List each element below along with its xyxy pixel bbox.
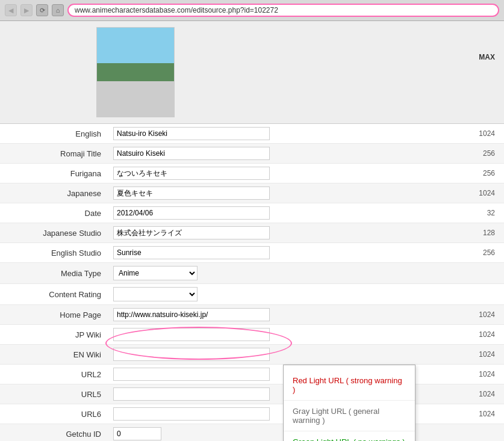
field-row-japanese: Japanese 1024 xyxy=(0,183,504,203)
input-cell-media-type: Anime Manga Game Novel Other xyxy=(108,263,468,284)
label-furigana: Furigana xyxy=(0,164,108,183)
field-row-url6: URL6 1024 xyxy=(0,404,504,424)
input-en-wiki[interactable] xyxy=(113,348,270,361)
input-cell-romaji xyxy=(108,144,468,164)
input-romaji[interactable] xyxy=(113,147,270,160)
input-cell-en-wiki xyxy=(108,345,468,365)
input-japanese[interactable] xyxy=(113,187,270,200)
input-cell-en-studio xyxy=(108,243,468,263)
tooltip-item-gray[interactable]: Gray Light URL ( general warning ) xyxy=(284,401,415,431)
input-url6[interactable] xyxy=(113,407,270,421)
forward-button[interactable]: ▶ xyxy=(20,4,33,16)
field-row-en-studio: English Studio 256 xyxy=(0,243,504,263)
input-cell-jp-studio xyxy=(108,223,468,243)
max-english: 1024 xyxy=(468,124,504,144)
max-furigana: 256 xyxy=(468,164,504,183)
back-button[interactable]: ◀ xyxy=(5,4,17,16)
max-jp-studio: 128 xyxy=(468,223,504,243)
max-en-wiki: 1024 xyxy=(468,345,504,365)
input-cell-url2: Red Light URL ( strong warning ) Gray Li… xyxy=(108,365,468,384)
max-media-type xyxy=(468,263,504,284)
input-cell-homepage xyxy=(108,305,468,325)
input-english[interactable] xyxy=(113,127,270,140)
input-url5[interactable] xyxy=(113,387,270,401)
tooltip-item-green[interactable]: Green Light URL ( no warnings ) xyxy=(284,431,415,441)
label-url2: URL2 xyxy=(0,365,108,384)
reload-button[interactable]: ⟳ xyxy=(36,4,48,16)
field-row-jp-studio: Japanese Studio 128 xyxy=(0,223,504,243)
label-jp-wiki: JP Wiki xyxy=(0,325,108,345)
field-row-homepage: Home Page 1024 xyxy=(0,305,504,325)
max-url6: 1024 xyxy=(468,404,504,424)
max-jp-wiki: 1024 xyxy=(468,325,504,345)
label-romaji: Romaji Title xyxy=(0,144,108,164)
field-row-romaji: Romaji Title 256 xyxy=(0,144,504,164)
field-row-furigana: Furigana 256 xyxy=(0,164,504,183)
label-en-wiki: EN Wiki xyxy=(0,345,108,365)
field-row-url2: URL2 Red Light URL ( strong warning ) Gr… xyxy=(0,365,504,384)
field-row-date: Date 32 xyxy=(0,203,504,223)
field-row-content-rating: Content Rating G PG PG-13 R NC-17 xyxy=(0,284,504,305)
label-url6: URL6 xyxy=(0,404,108,424)
input-jp-wiki[interactable] xyxy=(113,328,270,341)
max-japanese: 1024 xyxy=(468,183,504,203)
field-row-getchu-id: Getchu ID xyxy=(0,424,504,442)
field-row-english: English 1024 xyxy=(0,124,504,144)
max-label: MAX xyxy=(479,53,495,61)
max-url5: 1024 xyxy=(468,384,504,404)
max-url2: 1024 xyxy=(468,365,504,384)
input-cell-date xyxy=(108,203,468,223)
max-getchu-id xyxy=(468,424,504,442)
max-homepage: 1024 xyxy=(468,305,504,325)
label-content-rating: Content Rating xyxy=(0,284,108,305)
label-en-studio: English Studio xyxy=(0,243,108,263)
label-date: Date xyxy=(0,203,108,223)
input-date[interactable] xyxy=(113,206,270,220)
input-homepage[interactable] xyxy=(113,308,270,321)
field-row-media-type: Media Type Anime Manga Game Novel Other xyxy=(0,263,504,284)
form-table: English 1024 Romaji Title 256 Furiga xyxy=(0,124,504,441)
url-tooltip: Red Light URL ( strong warning ) Gray Li… xyxy=(283,365,415,441)
input-cell-english xyxy=(108,124,468,144)
form-area: English 1024 Romaji Title 256 Furiga xyxy=(0,124,504,441)
label-homepage: Home Page xyxy=(0,305,108,325)
input-getchu-id[interactable] xyxy=(113,427,161,440)
browser-chrome: ◀ ▶ ⟳ ⌂ www.animecharactersdatabase.com/… xyxy=(0,0,504,21)
input-furigana[interactable] xyxy=(113,167,270,180)
input-cell-content-rating: G PG PG-13 R NC-17 xyxy=(108,284,468,305)
page-content: MAX English 1024 Romaji Title xyxy=(0,21,504,441)
cover-image xyxy=(96,27,175,117)
label-url5: URL5 xyxy=(0,384,108,404)
input-url2[interactable] xyxy=(113,368,270,381)
field-row-en-wiki: EN Wiki 1024 xyxy=(0,345,504,365)
field-row-jp-wiki: JP Wiki 1024 xyxy=(0,325,504,345)
input-jp-studio[interactable] xyxy=(113,226,270,239)
max-date: 32 xyxy=(468,203,504,223)
label-jp-studio: Japanese Studio xyxy=(0,223,108,243)
home-button[interactable]: ⌂ xyxy=(52,4,64,16)
max-content-rating xyxy=(468,284,504,305)
label-english: English xyxy=(0,124,108,144)
input-cell-furigana xyxy=(108,164,468,183)
select-media-type[interactable]: Anime Manga Game Novel Other xyxy=(113,266,198,280)
label-getchu-id: Getchu ID xyxy=(0,424,108,442)
max-en-studio: 256 xyxy=(468,243,504,263)
field-row-url5: URL5 1024 xyxy=(0,384,504,404)
address-bar[interactable]: www.animecharactersdatabase.com/editsour… xyxy=(67,4,499,17)
max-romaji: 256 xyxy=(468,144,504,164)
select-content-rating[interactable]: G PG PG-13 R NC-17 xyxy=(113,287,198,301)
tooltip-item-red[interactable]: Red Light URL ( strong warning ) xyxy=(284,370,415,401)
input-cell-japanese xyxy=(108,183,468,203)
input-en-studio[interactable] xyxy=(113,246,270,259)
input-cell-jp-wiki xyxy=(108,325,468,345)
label-japanese: Japanese xyxy=(0,183,108,203)
label-media-type: Media Type xyxy=(0,263,108,284)
